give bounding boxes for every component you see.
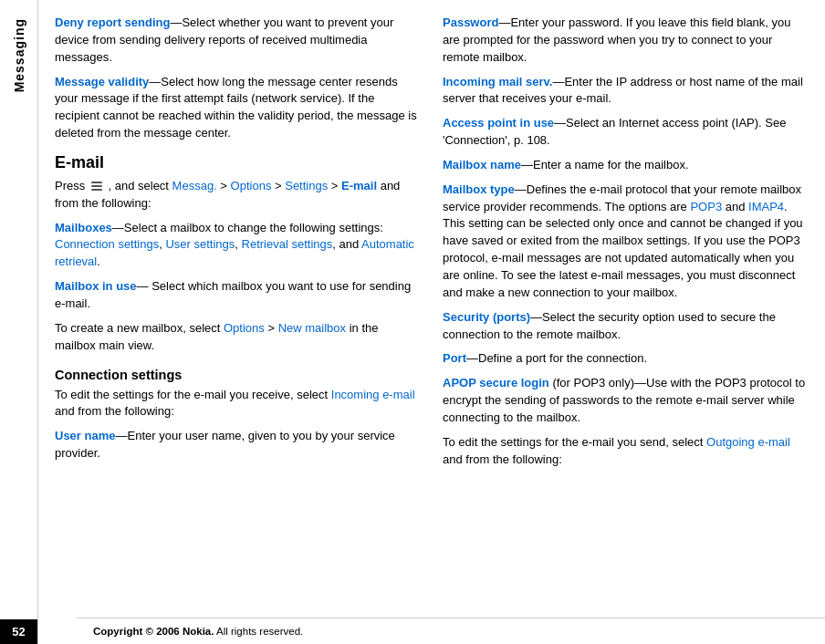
message-validity-para: Message validity—Select how long the mes… [55, 74, 421, 142]
imap4-link: IMAP4 [748, 200, 784, 213]
outgoing-para: To edit the settings for the e-mail you … [443, 434, 809, 469]
mailbox-type-text2: . This setting can be selected only once… [443, 200, 803, 299]
email-intro2-text: , and select [108, 179, 169, 192]
sidebar: Messaging 52 [0, 0, 38, 644]
deny-report-term: Deny report sending [55, 16, 170, 29]
mailbox-in-use-para: Mailbox in use— Select which mailbox you… [55, 278, 421, 313]
port-para: Port—Define a port for the connection. [443, 350, 809, 368]
conn-settings-link: Connection settings [55, 237, 159, 251]
main-content: Deny report sending—Select whether you w… [38, 0, 825, 486]
menu-icon [89, 179, 104, 193]
copyright-text: Copyright © 2006 Nokia. [93, 626, 214, 637]
copyright-suffix: All rights reserved. [214, 626, 303, 637]
user-settings-link: User settings [165, 237, 235, 251]
conn-settings-intro-text: To edit the settings for the e-mail you … [55, 388, 331, 401]
email-gt3: > [328, 179, 341, 192]
outgoing-email-link: Outgoing e-mail [706, 435, 790, 449]
email-heading: E-mail [55, 153, 421, 172]
mailbox-name-text: —Enter a name for the mailbox. [521, 158, 689, 171]
apop-para: APOP secure login (for POP3 only)—Use wi… [443, 375, 809, 427]
port-term: Port [443, 351, 466, 365]
mailboxes-dash-text: —Select a mailbox to change the followin… [112, 221, 383, 234]
mailbox-type-term: Mailbox type [443, 182, 515, 196]
right-column: Password—Enter your password. If you lea… [443, 15, 809, 475]
email-intro-para: Press , and select Messag. > Options > S… [55, 178, 421, 213]
outgoing-from: and from the following: [443, 452, 562, 466]
copyright-bar: Copyright © 2006 Nokia. All rights reser… [77, 618, 825, 644]
svg-rect-1 [91, 185, 102, 187]
incoming-email-link: Incoming e-mail [331, 388, 415, 401]
mailboxes-para: Mailboxes—Select a mailbox to change the… [55, 220, 421, 272]
email-messag-link: Messag. [172, 179, 217, 192]
conn-settings-heading: Connection settings [55, 368, 421, 382]
comma2: , [235, 237, 241, 251]
pop3-link: POP3 [690, 200, 722, 213]
mailbox-name-para: Mailbox name—Enter a name for the mailbo… [443, 157, 809, 174]
mailbox-type-and: and [722, 200, 748, 213]
password-para: Password—Enter your password. If you lea… [443, 15, 809, 67]
page-number: 52 [0, 619, 37, 644]
message-validity-term: Message validity [55, 75, 149, 88]
password-term: Password [443, 16, 498, 29]
new-mailbox-options-link: Options [224, 321, 265, 335]
svg-rect-2 [91, 189, 102, 191]
retrieval-settings-link: Retrieval settings [242, 237, 333, 251]
conn-settings-from: and from the following: [55, 404, 174, 418]
mailboxes-term: Mailboxes [55, 221, 112, 234]
new-mailbox-intro: To create a new mailbox, select [55, 321, 224, 335]
user-name-term: User name [55, 429, 115, 442]
new-mailbox-para: To create a new mailbox, select Options … [55, 320, 421, 355]
gt-new-mailbox: > [265, 321, 278, 335]
mailbox-type-para: Mailbox type—Defines the e-mail protocol… [443, 182, 809, 302]
user-name-para: User name—Enter your user name, given to… [55, 428, 421, 462]
mailbox-in-use-term: Mailbox in use [55, 279, 137, 293]
deny-report-para: Deny report sending—Select whether you w… [55, 15, 421, 67]
mailbox-name-term: Mailbox name [443, 158, 521, 171]
access-point-term: Access point in use [443, 116, 554, 130]
new-mailbox-link: New mailbox [278, 321, 346, 335]
email-settings-link: Settings [285, 179, 328, 192]
access-point-para: Access point in use—Select an Internet a… [443, 115, 809, 150]
incoming-mail-para: Incoming mail serv.—Enter the IP address… [443, 74, 809, 109]
svg-rect-0 [91, 182, 102, 183]
email-email-link: E-mail [341, 179, 377, 192]
left-column: Deny report sending—Select whether you w… [55, 15, 421, 475]
sidebar-label: Messaging [12, 18, 26, 92]
and-text: , and [332, 237, 361, 251]
port-text: —Define a port for the connection. [466, 351, 647, 365]
email-gt1: > [217, 179, 231, 192]
incoming-mail-term: Incoming mail serv. [443, 75, 552, 88]
security-ports-term: Security (ports) [443, 310, 530, 324]
outgoing-intro: To edit the settings for the e-mail you … [443, 435, 706, 449]
period1: . [97, 254, 100, 268]
email-intro-text: Press [55, 179, 85, 192]
apop-term: APOP secure login [443, 376, 549, 390]
email-options-link: Options [231, 179, 272, 192]
conn-settings-intro-para: To edit the settings for the e-mail you … [55, 387, 421, 421]
email-gt2: > [271, 179, 285, 192]
security-ports-para: Security (ports)—Select the security opt… [443, 309, 809, 344]
